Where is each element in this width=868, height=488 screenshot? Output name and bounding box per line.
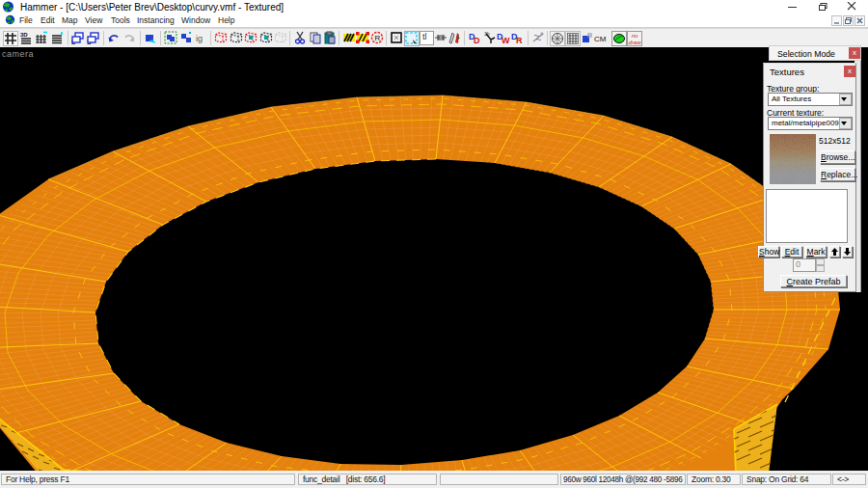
svg-text:R: R (375, 34, 381, 42)
svg-text:W: W (502, 36, 510, 44)
svg-text:3D: 3D (20, 32, 28, 38)
svg-text:D: D (474, 36, 480, 44)
svg-text:R: R (516, 36, 523, 44)
svg-text:ig: ig (196, 34, 203, 43)
